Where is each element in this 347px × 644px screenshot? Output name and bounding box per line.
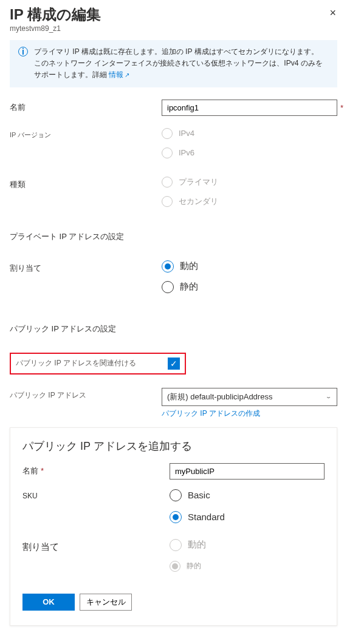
allocation-label: 割り当て xyxy=(10,260,162,274)
radio-icon xyxy=(162,147,173,158)
radio-icon xyxy=(170,489,182,501)
radio-sku-standard[interactable]: Standard xyxy=(170,511,325,523)
name-input[interactable] xyxy=(162,100,337,116)
create-public-ip-link[interactable]: パブリック IP アドレスの作成 xyxy=(162,408,260,419)
associate-checkbox[interactable]: ✓ xyxy=(168,358,180,370)
callout-allocation-label: 割り当て xyxy=(22,539,170,553)
radio-ipv4: IPv4 xyxy=(162,128,337,139)
callout-name-label: 名前* xyxy=(22,463,170,476)
checkmark-icon: ✓ xyxy=(170,359,177,368)
page-title: IP 構成の編集 xyxy=(10,5,337,24)
dropdown-value: (新規) default-publicipAddress xyxy=(167,391,272,402)
resource-name: mytestvm89_z1 xyxy=(10,24,337,33)
panel-header: IP 構成の編集 mytestvm89_z1 × xyxy=(0,0,347,33)
radio-icon xyxy=(170,511,182,523)
required-indicator: * xyxy=(340,103,343,112)
chevron-down-icon: ⌄ xyxy=(325,394,332,399)
radio-sku-basic[interactable]: Basic xyxy=(170,489,325,501)
ok-button[interactable]: OK xyxy=(22,594,75,611)
info-link[interactable]: 情報↗ xyxy=(109,70,129,79)
close-button[interactable]: × xyxy=(329,7,336,18)
close-icon: × xyxy=(329,7,336,19)
radio-icon xyxy=(162,281,174,293)
info-banner: i プライマリ IP 構成は既に存在します。追加の IP 構成はすべてセカンダリ… xyxy=(10,40,337,87)
radio-icon xyxy=(170,539,182,551)
radio-icon xyxy=(162,196,173,207)
sku-label: SKU xyxy=(22,489,170,500)
public-ip-heading: パブリック IP アドレスの設定 xyxy=(10,324,337,334)
radio-alloc-dynamic: 動的 xyxy=(170,539,325,551)
name-label: 名前 xyxy=(10,100,162,113)
radio-icon xyxy=(162,128,173,139)
callout-title: パブリック IP アドレスを追加する xyxy=(22,439,325,453)
radio-alloc-static: 静的 xyxy=(170,561,325,572)
add-public-ip-callout: パブリック IP アドレスを追加する 名前* SKU Basic xyxy=(10,427,337,626)
associate-label: パブリック IP アドレスを関連付ける xyxy=(16,358,162,368)
radio-dynamic[interactable]: 動的 xyxy=(162,260,337,273)
info-icon: i xyxy=(18,47,28,56)
private-ip-heading: プライベート IP アドレスの設定 xyxy=(10,231,337,242)
callout-name-input[interactable] xyxy=(170,463,325,480)
radio-static[interactable]: 静的 xyxy=(162,281,337,293)
ip-version-label: IP バージョン xyxy=(10,128,162,140)
public-ip-address-label: パブリック IP アドレス xyxy=(10,388,162,401)
public-ip-dropdown[interactable]: (新規) default-publicipAddress ⌄ xyxy=(162,388,337,406)
radio-icon xyxy=(162,260,174,273)
info-text: プライマリ IP 構成は既に存在します。追加の IP 構成はすべてセカンダリにな… xyxy=(34,46,329,81)
required-indicator: * xyxy=(41,466,44,475)
external-link-icon: ↗ xyxy=(125,72,129,78)
cancel-button[interactable]: キャンセル xyxy=(80,594,132,611)
associate-public-ip-row[interactable]: パブリック IP アドレスを関連付ける ✓ xyxy=(10,353,186,375)
radio-icon xyxy=(170,561,180,572)
radio-primary: プライマリ xyxy=(162,177,337,188)
radio-ipv6: IPv6 xyxy=(162,147,337,158)
type-label: 種類 xyxy=(10,177,162,190)
radio-icon xyxy=(162,177,173,188)
radio-secondary: セカンダリ xyxy=(162,196,337,207)
